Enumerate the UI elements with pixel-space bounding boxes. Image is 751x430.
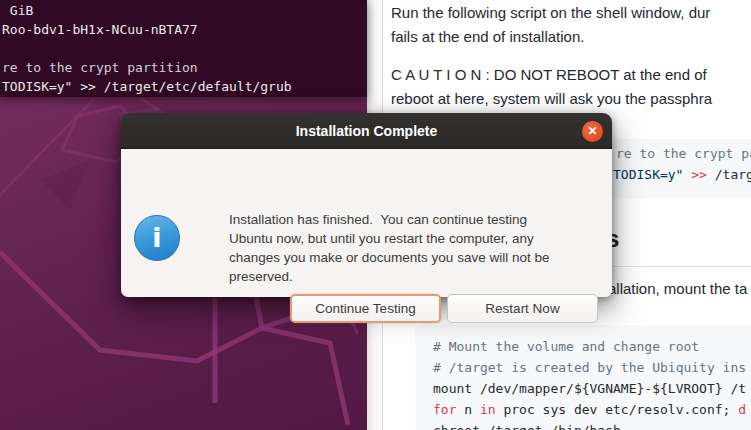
message-line: Installation has finished. You can conti… xyxy=(229,210,549,229)
code-chroot-command: chroot /target /bin/bash xyxy=(433,420,751,430)
code-string: TODISK=y" xyxy=(613,167,691,182)
continue-testing-button[interactable]: Continue Testing xyxy=(290,294,441,323)
paragraph-run-script-line1: Run the following script on the shell wi… xyxy=(391,1,710,25)
terminal-line: TODISK=y" >> /target/etc/default/grub xyxy=(2,77,292,96)
terminal-output: GiBRoo-bdv1-bH1x-NCuu-nBTA77 re to the c… xyxy=(2,1,292,96)
terminal-line: Roo-bdv1-bH1x-NCuu-nBTA77 xyxy=(2,20,292,39)
code-keyword-do: d xyxy=(738,402,746,417)
terminal-line: re to the crypt partition xyxy=(2,58,292,77)
restart-now-button[interactable]: Restart Now xyxy=(447,294,598,323)
code-grub-comment-fragment: re to the crypt pa xyxy=(616,143,751,164)
dialog-title: Installation Complete xyxy=(121,113,612,149)
code-keyword-for: for xyxy=(433,402,456,417)
message-line: Ubuntu now, but until you restart the co… xyxy=(229,229,549,248)
dialog-body: i Installation has finished. You can con… xyxy=(121,149,612,297)
message-line: changes you make or documents you save w… xyxy=(229,248,549,267)
code-comment: # Mount the volume and change root xyxy=(433,336,751,357)
terminal-line: GiB xyxy=(2,1,292,20)
code-text: n xyxy=(456,402,479,417)
close-icon[interactable]: ✕ xyxy=(582,121,603,142)
code-grub-command-fragment: TODISK=y" >> /targ xyxy=(613,164,751,185)
code-text: proc sys dev etc/resolv.conf; xyxy=(496,402,739,417)
code-keyword-in: in xyxy=(480,402,496,417)
code-block-chroot: # Mount the volume and change root# /tar… xyxy=(415,325,751,430)
installation-complete-dialog: Installation Complete ✕ i Installation h… xyxy=(121,113,612,297)
dialog-message: Installation has finished. You can conti… xyxy=(229,210,549,286)
paragraph-caution-line1: C A U T I O N : DO NOT REBOOT at the end… xyxy=(391,63,707,87)
code-chroot-content: # Mount the volume and change root# /tar… xyxy=(433,336,751,430)
terminal-line xyxy=(2,39,292,58)
code-path: /targ xyxy=(715,167,751,182)
desktop: GiBRoo-bdv1-bH1x-NCuu-nBTA77 re to the c… xyxy=(0,0,751,430)
paragraph-run-script-line2: fails at the end of installation. xyxy=(391,25,584,49)
dialog-titlebar[interactable]: Installation Complete ✕ xyxy=(121,113,612,149)
paragraph-caution-line2: reboot at here, system will ask you the … xyxy=(391,87,712,111)
info-icon: i xyxy=(134,215,180,261)
code-comment: # /target is created by the Ubiquity ins xyxy=(433,357,751,378)
terminal-window[interactable]: GiBRoo-bdv1-bH1x-NCuu-nBTA77 re to the c… xyxy=(0,0,367,97)
code-redirect-operator: >> xyxy=(691,167,714,182)
code-mount-command: mount /dev/mapper/${VGNAME}-${LVROOT} /t xyxy=(433,378,751,399)
code-for-loop: for n in proc sys dev etc/resolv.conf; d xyxy=(433,399,751,420)
paragraph-mount-fragment: allation, mount the ta xyxy=(608,277,747,301)
message-line: preserved. xyxy=(229,267,549,286)
